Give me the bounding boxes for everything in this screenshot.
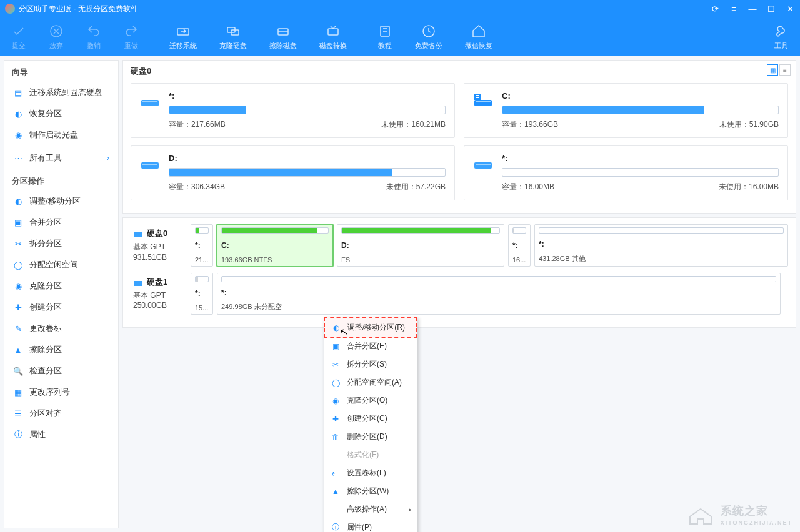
backup-button[interactable]: 免费备份 bbox=[404, 17, 454, 56]
disk-info[interactable]: 硬盘0基本 GPT931.51GB bbox=[131, 224, 187, 267]
op-item[interactable]: ☰分区对齐 bbox=[4, 403, 118, 424]
op-icon: ✚ bbox=[13, 302, 23, 312]
tutorial-button[interactable]: 教程 bbox=[366, 17, 404, 56]
context-menu-item[interactable]: ⓘ属性(P) bbox=[324, 518, 417, 532]
wipe-disk-button[interactable]: 擦除磁盘 bbox=[258, 17, 308, 56]
op-item[interactable]: ✎更改卷标 bbox=[4, 318, 118, 339]
wizard-item[interactable]: ▤迁移系统到固态硬盘 bbox=[4, 82, 118, 103]
tools-button[interactable]: 工具 bbox=[762, 17, 800, 56]
disk-icon bbox=[133, 277, 143, 287]
unused-label: 未使用：16.00MB bbox=[719, 182, 779, 192]
partition-block[interactable]: *:15... bbox=[191, 273, 213, 315]
title-bar: 分区助手专业版 - 无损分区免费软件 ⟳ ≡ — ☐ ✕ bbox=[0, 0, 800, 17]
undo-icon bbox=[86, 24, 101, 39]
card-name: D: bbox=[169, 154, 446, 163]
undo-button[interactable]: 撤销 bbox=[75, 17, 112, 56]
partition-block[interactable]: *:431.28GB 其他 bbox=[534, 224, 788, 267]
unused-label: 未使用：160.21MB bbox=[381, 119, 446, 130]
menu-item-icon: ✂ bbox=[331, 360, 341, 370]
context-menu-item[interactable]: ✂拆分分区(S) bbox=[324, 355, 417, 373]
partition-block[interactable]: *:21... bbox=[191, 224, 213, 267]
svg-rect-18 bbox=[134, 281, 142, 286]
partition-block[interactable]: C:193.66GB NTFS bbox=[217, 224, 333, 267]
op-item[interactable]: ✚创建分区 bbox=[4, 297, 118, 318]
context-menu-item[interactable]: ▣合并分区(E) bbox=[324, 337, 417, 355]
wizard-item[interactable]: ◉制作启动光盘 bbox=[4, 124, 118, 145]
usage-bar bbox=[169, 168, 446, 177]
disk-info[interactable]: 硬盘1基本 GPT250.00GB bbox=[131, 273, 187, 315]
op-item[interactable]: ◉克隆分区 bbox=[4, 275, 118, 297]
redo-button[interactable]: 重做 bbox=[112, 17, 150, 56]
menu-item-icon: ⓘ bbox=[331, 523, 341, 533]
discard-button[interactable]: 放弃 bbox=[38, 17, 75, 56]
context-menu-item[interactable]: 🗑删除分区(D) bbox=[324, 428, 417, 446]
op-item[interactable]: ▦更改序列号 bbox=[4, 382, 118, 403]
content-pane: 硬盘0 ▦ ≡ *: 容量：217.66MB 未使用：160.21MB bbox=[122, 60, 796, 528]
partition-card[interactable]: *: 容量：217.66MB 未使用：160.21MB bbox=[131, 83, 455, 138]
partition-bar bbox=[512, 227, 526, 234]
partition-card[interactable]: C: 容量：193.66GB 未使用：51.90GB bbox=[464, 83, 788, 138]
clone-disk-button[interactable]: 克隆硬盘 bbox=[208, 17, 258, 56]
drive-icon bbox=[140, 155, 160, 170]
all-tools-item[interactable]: ⋯ 所有工具 › bbox=[4, 147, 118, 169]
capacity-label: 容量：16.00MB bbox=[502, 182, 554, 192]
context-menu-item[interactable]: ◐调整/移动分区(R) bbox=[324, 317, 418, 338]
context-menu-item[interactable]: ✚创建分区(C) bbox=[324, 410, 417, 428]
toolbar-separator bbox=[154, 24, 154, 49]
close-icon[interactable]: ✕ bbox=[785, 4, 795, 14]
chevron-right-icon: › bbox=[107, 154, 109, 162]
op-item[interactable]: ◯分配空闲空间 bbox=[4, 254, 118, 275]
context-menu-item[interactable]: ▲擦除分区(W) bbox=[324, 482, 417, 500]
op-item[interactable]: ⓘ属性 bbox=[4, 424, 118, 445]
commit-button[interactable]: 提交 bbox=[0, 17, 38, 56]
wrench-icon bbox=[774, 24, 789, 39]
maximize-icon[interactable]: ☐ bbox=[766, 4, 776, 14]
svg-rect-1 bbox=[178, 29, 189, 35]
svg-rect-15 bbox=[474, 162, 492, 169]
partition-block[interactable]: *:249.98GB 未分配空 bbox=[217, 273, 781, 315]
menu-item-icon: 🗑 bbox=[331, 432, 341, 442]
svg-rect-11 bbox=[474, 100, 492, 106]
migrate-os-button[interactable]: 迁移系统 bbox=[158, 17, 208, 56]
partition-block[interactable]: *:16... bbox=[508, 224, 531, 267]
op-icon: ▣ bbox=[13, 217, 23, 227]
cancel-icon bbox=[49, 24, 64, 39]
op-icon: ✂ bbox=[13, 239, 23, 249]
watermark: 系统之家 XITONGZHIJIA.NET bbox=[688, 503, 792, 526]
menu-item-icon: ◐ bbox=[331, 323, 341, 333]
menu-icon[interactable]: ≡ bbox=[729, 4, 739, 14]
partition-card[interactable]: D: 容量：306.34GB 未使用：57.22GB bbox=[131, 145, 455, 200]
convert-disk-button[interactable]: 磁盘转换 bbox=[308, 17, 358, 56]
menu-item-icon: ▣ bbox=[331, 342, 341, 352]
partition-block[interactable]: D:FS bbox=[337, 224, 504, 267]
list-view-icon[interactable]: ≡ bbox=[779, 64, 791, 76]
card-name: C: bbox=[502, 91, 779, 101]
grid-view-icon[interactable]: ▦ bbox=[767, 64, 778, 76]
op-item[interactable]: ▣合并分区 bbox=[4, 212, 118, 233]
submenu-arrow-icon: ▸ bbox=[409, 506, 412, 513]
disk-row: 硬盘0基本 GPT931.51GB*:21...C:193.66GB NTFSD… bbox=[131, 224, 788, 267]
disk-cards-area: 硬盘0 ▦ ≡ *: 容量：217.66MB 未使用：160.21MB bbox=[122, 60, 796, 214]
capacity-label: 容量：217.66MB bbox=[169, 119, 226, 130]
op-item[interactable]: 🔍检查分区 bbox=[4, 360, 118, 382]
capacity-label: 容量：193.66GB bbox=[502, 119, 558, 130]
minimize-icon[interactable]: — bbox=[748, 4, 758, 14]
redo-icon bbox=[124, 24, 139, 39]
partition-bar bbox=[221, 227, 329, 234]
context-menu-item[interactable]: ◉克隆分区(O) bbox=[324, 392, 417, 410]
wizard-item[interactable]: ◐恢复分区 bbox=[4, 103, 118, 124]
wizard-icon: ◐ bbox=[13, 109, 23, 119]
svg-rect-14 bbox=[142, 164, 158, 165]
context-menu: ◐调整/移动分区(R)▣合并分区(E)✂拆分分区(S)◯分配空闲空间(A)◉克隆… bbox=[324, 317, 418, 532]
wechat-recover-button[interactable]: 微信恢复 bbox=[454, 17, 504, 56]
context-menu-item[interactable]: 高级操作(A)▸ bbox=[324, 500, 417, 518]
context-menu-item[interactable]: ◯分配空闲空间(A) bbox=[324, 373, 417, 392]
context-menu-item[interactable]: 🏷设置卷标(L) bbox=[324, 464, 417, 482]
refresh-icon[interactable]: ⟳ bbox=[710, 4, 720, 14]
partition-card[interactable]: *: 容量：16.00MB 未使用：16.00MB bbox=[464, 145, 788, 200]
usage-bar bbox=[502, 106, 779, 114]
op-item[interactable]: ◐调整/移动分区 bbox=[4, 190, 118, 212]
partition-bar bbox=[341, 227, 500, 234]
op-item[interactable]: ▲擦除分区 bbox=[4, 339, 118, 360]
op-item[interactable]: ✂拆分分区 bbox=[4, 233, 118, 254]
